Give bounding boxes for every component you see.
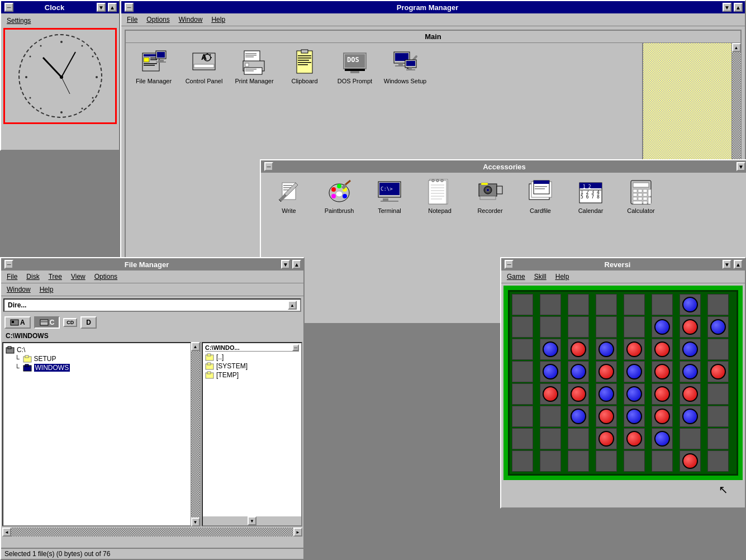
board-cell[interactable]	[596, 428, 617, 449]
board-cell[interactable]	[707, 361, 729, 382]
board-cell[interactable]	[540, 428, 561, 449]
fm-file-menu[interactable]: File	[3, 272, 21, 282]
board-cell[interactable]	[707, 450, 729, 472]
hscroll-right[interactable]: ►	[293, 528, 302, 537]
board-cell[interactable]	[596, 406, 617, 427]
right-temp[interactable]: [TEMP]	[205, 371, 299, 379]
board-cell[interactable]	[624, 406, 645, 427]
board-cell[interactable]	[680, 294, 701, 315]
board-cell[interactable]	[680, 450, 701, 472]
reversi-game-menu[interactable]: Game	[503, 272, 529, 282]
tree-windows[interactable]: └ WINDOWS	[15, 363, 197, 372]
board-cell[interactable]	[568, 428, 589, 449]
cardfile-icon[interactable]: Cardfile	[518, 178, 563, 214]
board-cell[interactable]	[680, 316, 701, 338]
board-cell[interactable]	[707, 339, 729, 360]
board-cell[interactable]	[680, 406, 701, 427]
prog-mgr-minimize-btn[interactable]: ▼	[723, 3, 731, 12]
board-cell[interactable]	[568, 450, 589, 472]
board-cell[interactable]	[568, 406, 589, 427]
board-cell[interactable]	[652, 383, 673, 405]
clock-maximize-btn[interactable]: ▲	[108, 3, 117, 12]
prog-mgr-window-menu[interactable]: Window	[175, 15, 206, 25]
control-panel-icon[interactable]: A Control Panel	[182, 49, 226, 84]
board-cell[interactable]	[512, 428, 533, 449]
calculator-icon[interactable]: Calculator	[619, 178, 663, 214]
board-cell[interactable]	[568, 383, 589, 405]
board-cell[interactable]	[512, 339, 533, 360]
board-cell[interactable]	[624, 361, 645, 382]
prog-mgr-system-menu[interactable]: ─	[125, 3, 134, 12]
board-cell[interactable]	[512, 316, 533, 338]
board-cell[interactable]	[707, 316, 729, 338]
board-cell[interactable]	[680, 361, 701, 382]
accessories-minimize-btn[interactable]: ▼	[737, 162, 745, 171]
right-panel-close[interactable]: ─	[292, 344, 299, 351]
board-cell[interactable]	[652, 450, 673, 472]
drive-a-btn[interactable]: A	[4, 316, 31, 329]
board-cell[interactable]	[540, 316, 561, 338]
fm-view-menu[interactable]: View	[68, 272, 89, 282]
right-dotdot[interactable]: [..]	[205, 353, 299, 362]
paintbrush-icon[interactable]: Paintbrush	[317, 178, 362, 214]
board-cell[interactable]	[680, 383, 701, 405]
hscroll-left[interactable]: ◄	[2, 528, 11, 537]
fm-window-menu[interactable]: Window	[3, 284, 34, 295]
board-cell[interactable]	[512, 361, 533, 382]
prog-mgr-maximize-btn[interactable]: ▲	[734, 3, 743, 12]
board-cell[interactable]	[707, 294, 729, 315]
terminal-icon[interactable]: C:\> Terminal	[367, 178, 412, 214]
dir-scroll-up[interactable]: ▲	[288, 301, 297, 310]
board-cell[interactable]	[512, 294, 533, 315]
print-manager-icon[interactable]: Print Manager	[232, 49, 277, 84]
board-cell[interactable]	[596, 361, 617, 382]
board-cell[interactable]	[680, 339, 701, 360]
board-cell[interactable]	[707, 383, 729, 405]
board-cell[interactable]	[540, 383, 561, 405]
board-cell[interactable]	[624, 316, 645, 338]
settings-menu[interactable]: Settings	[3, 16, 117, 26]
fm-options-menu[interactable]: Options	[91, 272, 121, 282]
board-cell[interactable]	[707, 406, 729, 427]
write-icon[interactable]: Write	[267, 178, 311, 214]
tree-scrollbar[interactable]: ▲ ▼	[191, 342, 199, 526]
file-mgr-system-menu[interactable]: ─	[4, 260, 13, 269]
fm-tree-menu[interactable]: Tree	[45, 272, 65, 282]
board-cell[interactable]	[624, 339, 645, 360]
board-cell[interactable]	[540, 339, 561, 360]
drive-c-btn[interactable]: C	[34, 316, 60, 329]
board-cell[interactable]	[512, 450, 533, 472]
board-cell[interactable]	[568, 339, 589, 360]
board-cell[interactable]	[652, 406, 673, 427]
board-cell[interactable]	[652, 428, 673, 449]
drive-d-btn[interactable]: D	[80, 316, 97, 329]
right-system[interactable]: [SYSTEM]	[205, 362, 299, 371]
board-cell[interactable]	[540, 406, 561, 427]
scroll-up-btn[interactable]: ▲	[732, 43, 741, 52]
board-cell[interactable]	[596, 294, 617, 315]
fm-disk-menu[interactable]: Disk	[23, 272, 42, 282]
recorder-icon[interactable]: Recorder	[468, 178, 512, 214]
windows-setup-icon[interactable]: Windows Setup	[383, 49, 427, 84]
board-cell[interactable]	[540, 361, 561, 382]
board-cell[interactable]	[624, 428, 645, 449]
reversi-skill-menu[interactable]: Skill	[531, 272, 550, 282]
board-cell[interactable]	[652, 294, 673, 315]
tree-setup[interactable]: └ SETUP	[15, 354, 197, 363]
board-cell[interactable]	[624, 294, 645, 315]
fm-help-menu[interactable]: Help	[36, 284, 57, 295]
clipboard-icon[interactable]: Clipboard	[282, 49, 327, 84]
reversi-board-grid[interactable]	[508, 290, 738, 476]
accessories-system-menu[interactable]: ─	[264, 162, 273, 171]
board-cell[interactable]	[652, 316, 673, 338]
board-cell[interactable]	[568, 361, 589, 382]
prog-mgr-file-menu[interactable]: File	[123, 15, 141, 25]
clock-minimize-btn[interactable]: ▼	[97, 3, 106, 12]
board-cell[interactable]	[596, 450, 617, 472]
dos-prompt-icon[interactable]: DOS DOS Prompt	[332, 49, 377, 84]
board-cell[interactable]	[680, 428, 701, 449]
tree-c-root[interactable]: C:\	[6, 345, 197, 354]
file-mgr-maximize-btn[interactable]: ▲	[292, 260, 301, 269]
prog-mgr-options-menu[interactable]: Options	[143, 15, 173, 25]
board-cell[interactable]	[540, 294, 561, 315]
